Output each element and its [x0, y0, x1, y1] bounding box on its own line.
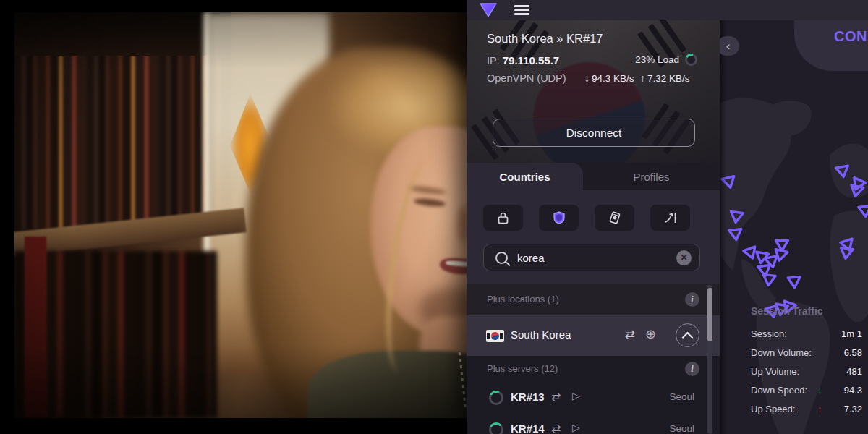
- session-row: Up Speed:↑7.32: [751, 399, 862, 418]
- plus-servers-label: Plus servers (12): [487, 363, 558, 374]
- globe-icon[interactable]: ⊕: [645, 326, 656, 342]
- ip-label: IP:: [487, 55, 503, 67]
- session-row: Session:1m 1: [751, 324, 862, 343]
- p2p-button[interactable]: [595, 205, 634, 231]
- tab-countries[interactable]: Countries: [467, 163, 583, 190]
- plus-locations-header: Plus locations (1) i: [467, 284, 720, 315]
- map-pin-icon: [856, 203, 868, 220]
- info-icon[interactable]: i: [685, 292, 699, 307]
- map-panel: CONNECTED ‹ Session Traffic Session:1m 1…: [720, 20, 868, 434]
- server-load-ring: [489, 391, 503, 405]
- disconnect-button[interactable]: Disconnect: [493, 119, 695, 147]
- info-icon[interactable]: i: [685, 362, 699, 376]
- movie-frame: [14, 12, 467, 418]
- session-row: Up Volume:481: [751, 362, 862, 380]
- chevron-up-icon: [682, 332, 694, 344]
- tor-button[interactable]: [650, 205, 690, 231]
- swap-icon[interactable]: ⇄: [551, 390, 561, 404]
- connect-play-icon[interactable]: ▷: [572, 422, 580, 433]
- up-arrow-icon: ↑: [817, 404, 829, 414]
- vignette: [14, 12, 467, 418]
- scrollbar-thumb[interactable]: [707, 288, 712, 341]
- search-value: korea: [517, 252, 676, 264]
- plus-locations-label: Plus locations (1): [487, 294, 559, 305]
- session-traffic-title: Session Traffic: [751, 305, 862, 317]
- country-name: South Korea: [511, 328, 571, 341]
- chevron-left-icon: ‹: [726, 39, 731, 54]
- secure-core-button[interactable]: [483, 205, 523, 231]
- server-row-kr14[interactable]: KR#14 ⇄ ▷ Seoul: [467, 414, 720, 434]
- tab-profiles[interactable]: Profiles: [583, 163, 720, 190]
- tor-arrow-icon: [663, 211, 678, 224]
- tab-bar: Countries Profiles: [467, 163, 720, 190]
- map-pin-icon: [773, 237, 791, 253]
- session-row: Down Speed:↓94.3: [751, 380, 862, 399]
- connection-title: South Korea » KR#17: [487, 32, 603, 46]
- server-name: KR#14: [511, 422, 545, 434]
- connection-status-label: CONNECTED: [834, 28, 868, 45]
- map-pin-icon: [760, 271, 778, 289]
- proton-vpn-logo-icon: [479, 2, 498, 18]
- server-load-ring: [685, 54, 697, 66]
- session-traffic-panel: Session Traffic Session:1m 1 Down Volume…: [751, 305, 862, 418]
- collapse-sidebar-button[interactable]: ‹: [720, 36, 739, 56]
- vpn-app-window: South Korea » KR#17 IP: 79.110.55.7 23% …: [467, 0, 868, 434]
- map-pin-icon: [727, 208, 746, 226]
- netshield-button[interactable]: [539, 205, 579, 231]
- titlebar: [467, 0, 868, 20]
- ip-value: 79.110.55.7: [503, 54, 559, 67]
- swap-icon[interactable]: ⇄: [551, 422, 561, 434]
- panel-divider-shadow: [720, 20, 727, 434]
- server-load-label: 23% Load: [635, 54, 679, 65]
- map-pin-icon: [726, 226, 745, 243]
- session-row: Down Volume:6.58: [751, 343, 862, 362]
- map-pin-icon: [833, 162, 852, 181]
- country-row-south-korea[interactable]: South Korea ⇄ ⊕: [467, 315, 720, 356]
- lock-icon: [498, 212, 509, 224]
- up-arrow-icon: ↑: [640, 72, 645, 84]
- protocol-label: OpenVPN (UDP): [487, 72, 566, 84]
- download-rate: ↓94.3 KB/s: [584, 72, 634, 84]
- down-arrow-icon: ↓: [817, 385, 829, 396]
- map-pin-icon: [837, 244, 856, 262]
- upload-rate: ↑7.32 KB/s: [640, 72, 690, 84]
- sidebar: South Korea » KR#17 IP: 79.110.55.7 23% …: [467, 20, 720, 434]
- connect-play-icon[interactable]: ▷: [572, 390, 580, 401]
- server-city: Seoul: [669, 391, 694, 402]
- filters-area: korea ✕: [467, 190, 720, 284]
- scrollbar-track: [707, 285, 712, 434]
- quick-connect-icon[interactable]: ⇄: [625, 327, 635, 342]
- plus-servers-header: Plus servers (12) i: [467, 356, 720, 382]
- map-pin-icon: [785, 273, 803, 291]
- server-load-ring: [489, 422, 503, 434]
- server-row-kr13[interactable]: KR#13 ⇄ ▷ Seoul: [467, 382, 720, 414]
- server-city: Seoul: [669, 423, 694, 434]
- south-korea-flag-icon: [486, 330, 504, 342]
- search-input[interactable]: korea ✕: [483, 244, 700, 271]
- clear-search-icon[interactable]: ✕: [676, 250, 692, 265]
- shield-icon: [553, 211, 565, 224]
- down-arrow-icon: ↓: [584, 72, 590, 84]
- connection-header: South Korea » KR#17 IP: 79.110.55.7 23% …: [467, 20, 720, 163]
- collapse-country-button[interactable]: [676, 323, 699, 347]
- server-name: KR#13: [511, 391, 545, 403]
- video-player[interactable]: [0, 0, 467, 434]
- p2p-ticket-icon: [609, 211, 621, 224]
- menu-icon[interactable]: [514, 5, 529, 15]
- ip-row: IP: 79.110.55.7: [487, 54, 559, 67]
- search-icon: [495, 252, 508, 264]
